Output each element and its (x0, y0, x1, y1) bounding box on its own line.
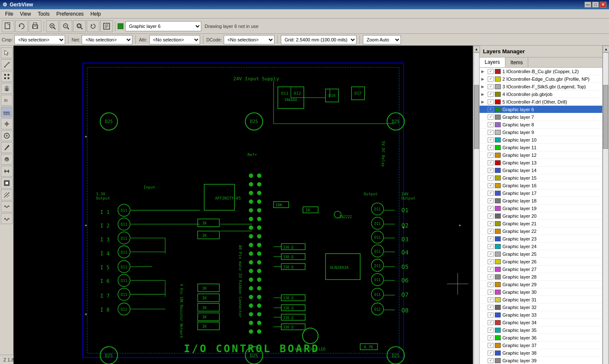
layer-row[interactable]: ✓ Graphic layer 13 (480, 159, 602, 167)
layer-row[interactable]: ▶ ✓ 4 IOcontroller-job.gbrjob (480, 90, 602, 98)
dcode-tool[interactable]: D (1, 154, 13, 165)
layer-visibility-checkbox[interactable]: ✓ (488, 191, 494, 196)
layer-visibility-checkbox[interactable]: ✓ (488, 206, 494, 211)
layers-list[interactable]: ▶ ✓ 1 IOcontroller-B_Cu.gbr (Copper, L2)… (480, 68, 602, 364)
layer-row[interactable]: ✓ Graphic layer 39 (480, 357, 602, 364)
menu-view[interactable]: View (16, 10, 34, 18)
layer-visibility-checkbox[interactable]: ✓ (488, 282, 494, 287)
maximize-button[interactable]: □ (592, 2, 599, 8)
layer-row[interactable]: ✓ Graphic layer 35 (480, 326, 602, 334)
layer-row[interactable]: ✓ Graphic layer 14 (480, 167, 602, 174)
layer-visibility-checkbox[interactable]: ✓ (488, 130, 494, 135)
layer-visibility-checkbox[interactable]: ✓ (488, 221, 494, 226)
layer-visibility-checkbox[interactable]: ✓ (488, 92, 494, 97)
menu-help[interactable]: Help (87, 10, 104, 18)
layer-row[interactable]: ✓ Graphic layer 21 (480, 220, 602, 227)
menu-file[interactable]: File (2, 10, 16, 18)
layer-visibility-checkbox[interactable]: ✓ (488, 350, 494, 356)
zoom-out-button[interactable] (60, 20, 72, 32)
layer-row[interactable]: ✓ Graphic layer 28 (480, 273, 602, 281)
layer-visibility-checkbox[interactable]: ✓ (488, 328, 494, 333)
layer-visibility-checkbox[interactable]: ✓ (488, 77, 494, 82)
layer-visibility-checkbox[interactable]: ✓ (488, 122, 494, 127)
pcb-canvas[interactable]: 24V Input Supply D25 D25 D25 D25 D25 D25 (14, 46, 473, 364)
layer-row[interactable]: ✓ Graphic layer 16 (480, 182, 602, 189)
dcode-dropdown[interactable]: <No selection> (224, 35, 274, 44)
select-tool[interactable] (1, 47, 13, 58)
layer-visibility-checkbox[interactable]: ✓ (488, 153, 494, 158)
mm-tool[interactable]: mm (1, 107, 13, 118)
pencil-tool[interactable] (1, 142, 13, 153)
cmp-dropdown[interactable]: <No selection> (14, 35, 65, 44)
layer-dropdown[interactable]: Graphic layer 6 (125, 21, 201, 31)
attr-dropdown[interactable]: <No selection> (149, 35, 200, 44)
layer-visibility-checkbox[interactable]: ✓ (488, 137, 494, 142)
layer-row[interactable]: ✓ Graphic layer 32 (480, 304, 602, 311)
layer-visibility-checkbox[interactable]: ✓ (488, 115, 494, 120)
layer-row[interactable]: ✓ Graphic layer 29 (480, 281, 602, 288)
layer-visibility-checkbox[interactable]: ✓ (488, 312, 494, 317)
circle-tool[interactable] (1, 130, 13, 141)
layer-visibility-checkbox[interactable]: ✓ (488, 183, 494, 188)
reload-button[interactable] (15, 20, 28, 32)
layer-visibility-checkbox[interactable]: ✓ (488, 305, 494, 310)
layer-row[interactable]: ▶ ✓ 2 IOcontroller-Edge_Cuts.gbr (Profil… (480, 75, 602, 83)
layer-row[interactable]: ✓ Graphic layer 19 (480, 205, 602, 212)
layer-visibility-checkbox[interactable]: ✓ (488, 160, 494, 165)
in-tool[interactable]: in (1, 95, 13, 106)
grid-tool[interactable] (1, 71, 13, 82)
layer-visibility-checkbox[interactable]: ✓ (488, 358, 494, 363)
layer-visibility-checkbox[interactable]: ✓ (488, 259, 494, 264)
zoom-fit-button[interactable] (73, 20, 86, 32)
layer-row[interactable]: ✓ Graphic layer 18 (480, 197, 602, 205)
layer-row[interactable]: ▶ ✓ 3 IOcontroller-F_SilkS.gbr (Legend, … (480, 83, 602, 90)
track-tool[interactable] (1, 166, 13, 177)
net-dropdown[interactable]: <No selection> (82, 35, 132, 44)
layer-row[interactable]: ✓ Graphic layer 37 (480, 342, 602, 349)
layer-row[interactable]: ✓ Graphic layer 22 (480, 227, 602, 235)
layer-visibility-checkbox[interactable]: ✓ (488, 175, 494, 181)
layer-row[interactable]: ✓ Graphic layer 6 (480, 106, 602, 113)
layer-row[interactable]: ✓ Graphic layer 9 (480, 129, 602, 136)
tab-items[interactable]: Items (505, 57, 528, 67)
layer-row[interactable]: ✓ Graphic layer 38 (480, 349, 602, 357)
layer-visibility-checkbox[interactable]: ✓ (488, 320, 494, 325)
measure-tool[interactable] (1, 59, 13, 70)
layer-visibility-checkbox[interactable]: ✓ (488, 99, 494, 104)
layer-row[interactable]: ✓ Graphic layer 25 (480, 250, 602, 258)
layer-visibility-checkbox[interactable]: ✓ (488, 297, 494, 302)
layer-row[interactable]: ✓ Graphic layer 17 (480, 189, 602, 197)
scroll-up-button[interactable]: ▲ (473, 46, 480, 52)
canvas-vscrollbar[interactable]: ▲ ▼ (473, 46, 480, 364)
layer-visibility-checkbox[interactable]: ✓ (488, 236, 494, 241)
layer-visibility-checkbox[interactable]: ✓ (488, 244, 494, 249)
layer-visibility-checkbox[interactable]: ✓ (488, 343, 494, 348)
wave2-tool[interactable] (1, 213, 13, 224)
layer-visibility-checkbox[interactable]: ✓ (488, 229, 494, 234)
layer-row[interactable]: ✓ Graphic layer 33 (480, 311, 602, 319)
layer-row[interactable]: ✓ Graphic layer 10 (480, 136, 602, 144)
crosshair-tool[interactable] (1, 118, 13, 129)
layer-row[interactable]: ▶ ✓ 1 IOcontroller-B_Cu.gbr (Copper, L2) (480, 68, 602, 75)
layer-visibility-checkbox[interactable]: ✓ (488, 335, 494, 340)
diag-tool[interactable] (1, 189, 13, 200)
layer-row[interactable]: ✓ Graphic layer 11 (480, 144, 602, 151)
layers-scroll-thumb[interactable] (603, 85, 608, 149)
layers-scroll-up[interactable]: ▲ (603, 46, 609, 52)
layer-visibility-checkbox[interactable]: ✓ (488, 107, 494, 112)
zoom-in-button[interactable] (46, 20, 59, 32)
layer-row[interactable]: ✓ Graphic layer 23 (480, 235, 602, 243)
new-button[interactable] (2, 20, 14, 32)
layer-visibility-checkbox[interactable]: ✓ (488, 145, 494, 150)
layer-row[interactable]: ✓ Graphic layer 7 (480, 113, 602, 121)
layer-row[interactable]: ✓ Graphic layer 8 (480, 121, 602, 129)
layer-row[interactable]: ✓ Graphic layer 34 (480, 319, 602, 326)
layer-visibility-checkbox[interactable]: ✓ (488, 252, 494, 257)
scroll-track[interactable] (474, 52, 480, 364)
layers-scroll-track[interactable] (603, 52, 609, 364)
layer-row[interactable]: ✓ Graphic layer 12 (480, 151, 602, 159)
layer-visibility-checkbox[interactable]: ✓ (488, 198, 494, 203)
layer-row[interactable]: ▶ ✓ 5 IOcontroller-F.drl (Other, Drill) (480, 98, 602, 106)
layer-visibility-checkbox[interactable]: ✓ (488, 274, 494, 279)
layer-row[interactable]: ✓ Graphic layer 26 (480, 258, 602, 265)
